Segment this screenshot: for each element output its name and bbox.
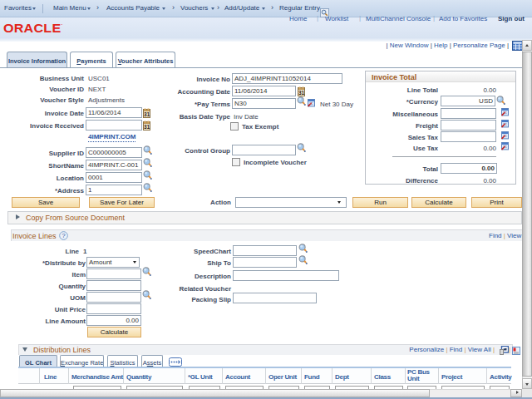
- svg-text:31: 31: [144, 111, 150, 117]
- svg-text:31: 31: [144, 124, 150, 130]
- svg-text:?: ?: [62, 232, 66, 239]
- svg-text:31: 31: [298, 90, 305, 96]
